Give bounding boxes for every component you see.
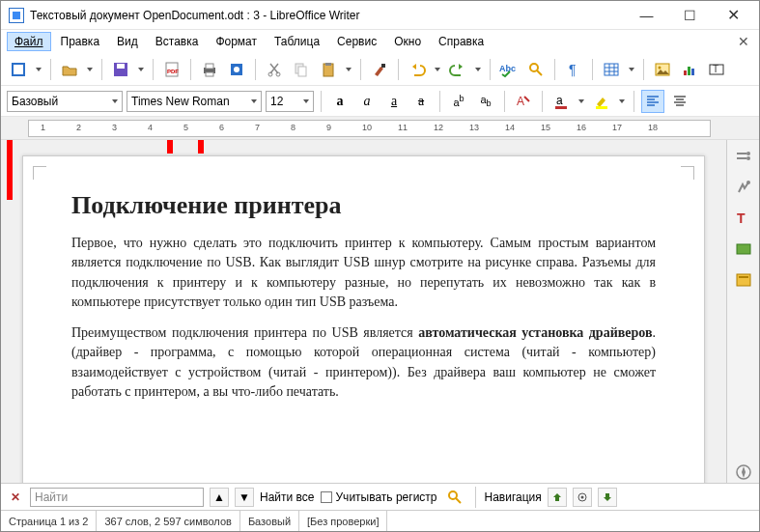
paragraph-text[interactable]: Преимуществом подключения принтера по US… bbox=[71, 323, 656, 402]
status-page[interactable]: Страница 1 из 2 bbox=[1, 511, 97, 531]
status-style[interactable]: Базовый bbox=[240, 511, 299, 531]
table-dropdown[interactable] bbox=[627, 68, 636, 71]
underline-button[interactable]: a bbox=[382, 90, 406, 113]
undo-dropdown[interactable] bbox=[433, 68, 442, 71]
cut-icon[interactable] bbox=[263, 58, 286, 81]
redo-icon[interactable] bbox=[446, 58, 469, 81]
navigator-panel-icon[interactable] bbox=[733, 269, 754, 291]
subscript-button[interactable]: ab bbox=[474, 90, 497, 113]
menu-edit[interactable]: Правка bbox=[53, 32, 108, 51]
horizontal-ruler[interactable]: 123456789101112131415161718 bbox=[28, 120, 711, 137]
print-icon[interactable] bbox=[198, 58, 221, 81]
align-center-button[interactable] bbox=[668, 90, 691, 113]
superscript-button[interactable]: ab bbox=[447, 90, 470, 113]
document-page[interactable]: Подключение принтера Первое, что нужно с… bbox=[22, 155, 705, 483]
menu-service[interactable]: Сервис bbox=[329, 32, 384, 51]
svg-point-23 bbox=[659, 66, 661, 69]
new-document-icon[interactable] bbox=[7, 58, 30, 81]
svg-rect-3 bbox=[117, 64, 125, 69]
format-paintbrush-icon[interactable] bbox=[368, 58, 391, 81]
find-prev-button[interactable]: ▲ bbox=[210, 488, 229, 507]
svg-rect-32 bbox=[596, 106, 607, 109]
maximize-button[interactable]: ☐ bbox=[668, 2, 712, 29]
nav-next-button[interactable] bbox=[598, 488, 617, 507]
find-all-button[interactable]: Найти все bbox=[260, 490, 315, 504]
svg-rect-16 bbox=[325, 63, 331, 66]
paragraph-text[interactable]: Первое, что нужно сделать это подключить… bbox=[71, 234, 656, 312]
styles-panel-icon[interactable]: T bbox=[733, 208, 754, 229]
gallery-panel-icon[interactable] bbox=[733, 238, 754, 260]
font-color-dropdown[interactable] bbox=[577, 99, 586, 103]
close-doc-button[interactable]: ✕ bbox=[738, 34, 753, 49]
heading-text[interactable]: Подключение принтера bbox=[71, 191, 656, 220]
insert-table-icon[interactable] bbox=[600, 58, 623, 81]
print-preview-icon[interactable] bbox=[225, 58, 248, 81]
status-spellcheck[interactable]: [Без проверки] bbox=[299, 511, 387, 531]
properties-panel-icon[interactable] bbox=[733, 177, 754, 198]
spellcheck-icon[interactable]: Abc bbox=[497, 58, 521, 81]
document-viewport[interactable]: Подключение принтера Первое, что нужно с… bbox=[1, 140, 726, 483]
minimize-button[interactable]: — bbox=[625, 2, 668, 29]
menu-insert[interactable]: Вставка bbox=[148, 32, 207, 51]
find-input[interactable]: Найти bbox=[30, 488, 204, 507]
find-next-button[interactable]: ▼ bbox=[235, 488, 254, 507]
nav-prev-button[interactable] bbox=[548, 488, 567, 507]
paragraph-style-combo[interactable]: Базовый bbox=[7, 91, 123, 112]
svg-rect-8 bbox=[206, 72, 213, 76]
strikethrough-button[interactable]: a bbox=[409, 90, 433, 113]
nav-target-button[interactable] bbox=[573, 488, 592, 507]
ruler-area: 123456789101112131415161718 bbox=[1, 117, 759, 140]
insert-textbox-icon[interactable]: T bbox=[705, 58, 728, 81]
open-icon[interactable] bbox=[58, 58, 81, 81]
font-name-combo[interactable]: Times New Roman bbox=[127, 91, 262, 112]
menu-table[interactable]: Таблица bbox=[267, 32, 327, 51]
font-color-button[interactable]: a bbox=[549, 90, 573, 113]
match-case-checkbox[interactable]: Учитывать регистр bbox=[321, 490, 437, 504]
copy-icon[interactable] bbox=[290, 58, 313, 81]
close-findbar-button[interactable]: ✕ bbox=[7, 490, 24, 504]
sidebar-settings-icon[interactable] bbox=[733, 146, 754, 167]
navigation-label: Навигация bbox=[485, 490, 542, 504]
save-dropdown[interactable] bbox=[136, 68, 146, 71]
document-icon bbox=[9, 8, 24, 23]
ruler-mark: 6 bbox=[219, 123, 224, 132]
menu-window[interactable]: Окно bbox=[386, 32, 429, 51]
ruler-mark: 3 bbox=[112, 123, 117, 132]
close-button[interactable]: ✕ bbox=[712, 2, 755, 29]
redo-dropdown[interactable] bbox=[473, 68, 483, 71]
svg-rect-25 bbox=[688, 67, 690, 75]
svg-rect-31 bbox=[555, 106, 567, 109]
italic-button[interactable]: a bbox=[355, 90, 379, 113]
menu-help[interactable]: Справка bbox=[431, 32, 492, 51]
highlight-dropdown[interactable] bbox=[617, 99, 627, 103]
nonprinting-chars-icon[interactable]: ¶ bbox=[562, 58, 585, 81]
paste-dropdown[interactable] bbox=[344, 68, 353, 71]
font-size-combo[interactable]: 12 bbox=[266, 91, 314, 112]
undo-icon[interactable] bbox=[406, 58, 429, 81]
ruler-mark: 15 bbox=[541, 123, 550, 132]
insert-image-icon[interactable] bbox=[651, 58, 674, 81]
find-replace-icon[interactable] bbox=[524, 58, 548, 81]
paste-icon[interactable] bbox=[317, 58, 340, 81]
title-bar: Текстовый документ OpenDocument.odt : 3 … bbox=[1, 1, 759, 30]
menu-file[interactable]: Файл bbox=[7, 32, 51, 51]
menu-view[interactable]: Вид bbox=[109, 32, 146, 51]
compass-panel-icon[interactable] bbox=[733, 462, 754, 483]
status-word-count[interactable]: 367 слов, 2 597 символов bbox=[97, 511, 239, 531]
new-dropdown[interactable] bbox=[34, 68, 43, 71]
save-icon[interactable] bbox=[109, 58, 132, 81]
highlight-color-button[interactable] bbox=[590, 90, 613, 113]
insert-chart-icon[interactable] bbox=[678, 58, 701, 81]
bold-button[interactable]: a bbox=[328, 90, 352, 113]
svg-rect-34 bbox=[737, 157, 746, 159]
clear-formatting-button[interactable]: A bbox=[512, 90, 535, 113]
align-left-button[interactable] bbox=[641, 90, 664, 113]
svg-rect-14 bbox=[298, 67, 306, 76]
svg-rect-7 bbox=[206, 64, 213, 69]
export-pdf-icon[interactable]: PDF bbox=[160, 58, 183, 81]
open-dropdown[interactable] bbox=[85, 68, 95, 71]
find-replace-shortcut-icon[interactable] bbox=[443, 486, 466, 509]
ruler-mark: 2 bbox=[76, 123, 81, 132]
menu-format[interactable]: Формат bbox=[208, 32, 265, 51]
svg-point-46 bbox=[580, 495, 583, 498]
